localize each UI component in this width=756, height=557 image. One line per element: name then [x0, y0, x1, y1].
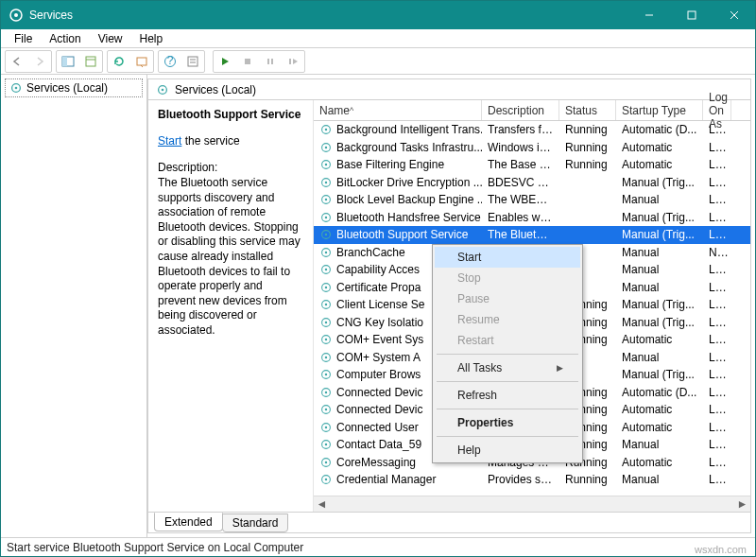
scroll-left-button[interactable]: ◄ — [314, 496, 330, 513]
menu-action[interactable]: Action — [42, 30, 88, 47]
cell-startup-type: Manual — [616, 473, 703, 486]
tab-extended[interactable]: Extended — [154, 513, 223, 531]
svg-point-39 — [325, 252, 327, 253]
svg-point-21 — [15, 87, 18, 90]
svg-point-63 — [325, 461, 327, 463]
cell-logon: Net — [703, 246, 731, 259]
svg-point-31 — [325, 182, 327, 183]
column-header-name[interactable]: Name — [314, 100, 482, 120]
export-list-button[interactable] — [79, 51, 102, 72]
table-row[interactable]: Background Intelligent Trans...Transfers… — [314, 121, 750, 139]
table-row[interactable]: Base Filtering EngineThe Base Fil...Runn… — [314, 156, 750, 174]
services-app-icon — [9, 8, 24, 23]
close-button[interactable] — [713, 1, 755, 29]
refresh-button[interactable] — [108, 51, 130, 72]
menu-view[interactable]: View — [91, 30, 130, 47]
minimize-button[interactable] — [627, 1, 670, 29]
menu-file[interactable]: File — [7, 30, 40, 47]
svg-rect-13 — [188, 57, 198, 66]
cell-startup-type: Automatic — [616, 403, 703, 416]
start-service-button[interactable] — [214, 51, 236, 72]
service-icon — [319, 438, 333, 451]
scroll-right-button[interactable]: ► — [734, 496, 750, 513]
cell-startup-type: Manual (Trig... — [616, 368, 703, 381]
cell-logon: Loc — [703, 351, 731, 364]
scroll-track[interactable] — [330, 498, 734, 511]
svg-point-29 — [325, 164, 327, 165]
cell-description: BDESVC hos... — [482, 176, 559, 189]
svg-point-65 — [325, 479, 327, 480]
cell-logon: Loc — [703, 193, 731, 206]
cell-logon: Loc — [703, 281, 731, 294]
svg-point-35 — [325, 217, 327, 218]
cell-name: Credential Manager — [314, 473, 482, 486]
chevron-right-icon: ▶ — [557, 363, 563, 373]
column-header-logon[interactable]: Log On As — [703, 100, 731, 120]
table-row[interactable]: Bluetooth Handsfree ServiceEnables wir..… — [314, 209, 750, 227]
cell-startup-type: Manual (Trig... — [616, 228, 703, 241]
start-service-line: Start the service — [158, 134, 303, 148]
cell-status: Running — [559, 141, 616, 154]
column-header-description[interactable]: Description — [482, 100, 559, 120]
forward-button[interactable] — [28, 51, 51, 72]
svg-point-1 — [14, 13, 18, 17]
svg-point-59 — [325, 426, 327, 428]
table-row[interactable]: Block Level Backup Engine ...The WBENG..… — [314, 191, 750, 209]
start-suffix: the service — [181, 134, 239, 148]
context-menu-item-all-tasks[interactable]: All Tasks▶ — [435, 357, 580, 378]
restart-service-button[interactable] — [282, 51, 304, 72]
table-row[interactable]: BitLocker Drive Encryption ...BDESVC hos… — [314, 174, 750, 192]
context-menu-item-refresh[interactable]: Refresh — [435, 385, 580, 406]
export-button[interactable] — [130, 51, 153, 72]
svg-point-51 — [325, 357, 327, 358]
cell-startup-type: Automatic — [616, 333, 703, 346]
svg-point-45 — [325, 304, 327, 305]
cell-name: BitLocker Drive Encryption ... — [314, 176, 482, 189]
cell-name: Bluetooth Support Service — [314, 228, 482, 241]
description-label: Description: — [158, 161, 303, 174]
cell-startup-type: Manual — [616, 263, 703, 276]
service-icon — [319, 176, 333, 189]
show-hide-tree-button[interactable] — [57, 51, 79, 72]
column-header-status[interactable]: Status — [559, 100, 616, 120]
tab-standard[interactable]: Standard — [222, 513, 289, 532]
start-service-link[interactable]: Start — [158, 134, 181, 148]
horizontal-scrollbar[interactable]: ◄ ► — [314, 496, 750, 512]
column-header-startup-type[interactable]: Startup Type — [616, 100, 703, 120]
cell-logon: Loc — [703, 211, 731, 224]
context-menu-separator — [437, 409, 578, 409]
svg-point-55 — [325, 392, 327, 393]
help-button[interactable]: ? — [159, 51, 181, 72]
tree-item-services-local[interactable]: Services (Local) — [5, 78, 143, 97]
status-text: Start service Bluetooth Support Service … — [7, 541, 303, 554]
cell-logon: Loc — [703, 386, 731, 399]
cell-startup-type: Automatic (D... — [616, 386, 703, 399]
toolbar: ? — [1, 48, 755, 75]
context-menu-separator — [437, 381, 578, 382]
svg-rect-18 — [271, 59, 273, 64]
services-icon — [9, 81, 23, 95]
stop-service-button[interactable] — [236, 51, 259, 72]
pause-service-button[interactable] — [259, 51, 282, 72]
cell-name: Block Level Backup Engine ... — [314, 193, 482, 206]
properties-button[interactable] — [181, 51, 204, 72]
table-row[interactable]: Background Tasks Infrastru...Windows in.… — [314, 139, 750, 157]
context-menu-separator — [437, 436, 578, 437]
cell-logon: Loc — [703, 333, 731, 346]
back-button[interactable] — [6, 51, 28, 72]
table-row[interactable]: Credential ManagerProvides se...RunningM… — [314, 471, 750, 489]
menu-help[interactable]: Help — [132, 30, 171, 47]
service-icon — [319, 281, 333, 294]
context-menu-item-help[interactable]: Help — [435, 440, 580, 461]
context-menu-item-start[interactable]: Start — [435, 247, 580, 268]
svg-point-27 — [325, 147, 327, 148]
tree-item-label: Services (Local) — [26, 81, 108, 95]
cell-startup-type: Manual (Trig... — [616, 211, 703, 224]
maximize-button[interactable] — [670, 1, 713, 29]
table-row[interactable]: Bluetooth Support ServiceThe Bluetoo...M… — [314, 226, 750, 244]
svg-point-37 — [325, 234, 327, 235]
cell-startup-type: Manual — [616, 351, 703, 364]
context-menu: StartStopPauseResumeRestartAll Tasks▶Ref… — [432, 244, 583, 463]
context-menu-item-properties[interactable]: Properties — [435, 412, 580, 433]
cell-description: The Bluetoo... — [482, 228, 559, 241]
